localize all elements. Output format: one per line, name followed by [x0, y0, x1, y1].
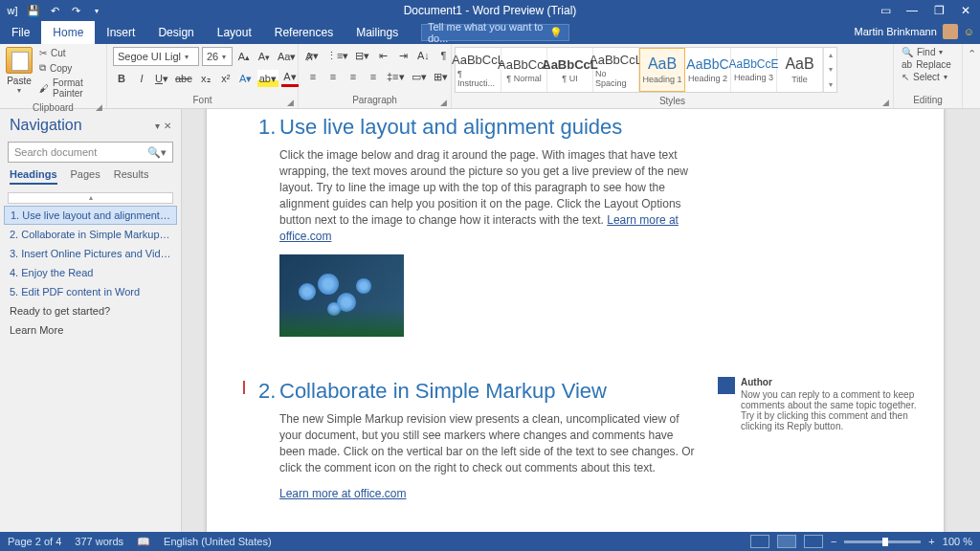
copy-button[interactable]: ⧉Copy [36, 61, 100, 75]
increase-indent-icon[interactable]: ⇥ [394, 47, 412, 64]
zoom-in-icon[interactable]: + [928, 536, 934, 547]
nav-tab-pages[interactable]: Pages [71, 168, 100, 185]
page-status[interactable]: Page 2 of 4 [8, 536, 61, 547]
heading-2[interactable]: 2.Collaborate in Simple Markup View [258, 379, 699, 404]
strike-button[interactable]: abc [173, 70, 194, 87]
tab-home[interactable]: Home [41, 21, 95, 44]
underline-button[interactable]: U▾ [153, 70, 170, 87]
style-no-spacing[interactable]: AaBbCcLNo Spacing [593, 48, 639, 92]
read-mode-icon[interactable] [750, 535, 769, 548]
superscript-button[interactable]: x² [217, 70, 234, 87]
font-size-combo[interactable]: 26▾ [202, 47, 233, 66]
nav-item[interactable]: 2. Collaborate in Simple Markup View [0, 225, 181, 244]
revision-bar[interactable] [243, 381, 245, 394]
subscript-button[interactable]: x₂ [197, 70, 214, 87]
style-gallery[interactable]: AaBbCcL¶ Instructi... AaBbCcL¶ Normal Aa… [455, 47, 837, 93]
nav-item[interactable]: Learn More [0, 320, 181, 340]
italic-button[interactable]: I [133, 70, 150, 87]
nav-tab-results[interactable]: Results [114, 168, 149, 185]
style-instruction[interactable]: AaBbCcL¶ Instructi... [456, 48, 501, 92]
web-layout-icon[interactable] [804, 535, 823, 548]
line-spacing-icon[interactable]: ‡≡▾ [385, 68, 407, 85]
nav-item[interactable]: 1. Use live layout and alignment gui... [4, 206, 177, 225]
collapse-ribbon-icon[interactable]: ⌃ [963, 44, 980, 108]
zoom-slider[interactable] [844, 540, 921, 543]
highlight-icon[interactable]: ab▾ [257, 70, 278, 87]
nav-scroll-up[interactable]: ▴ [8, 192, 173, 204]
bullets-icon[interactable]: ≡▾ [304, 47, 322, 64]
comment-balloon[interactable]: Author Now you can reply to a comment to… [718, 377, 928, 431]
find-button[interactable]: 🔍Find▾ [902, 47, 943, 57]
body-paragraph[interactable]: The new Simple Markup revision view pres… [279, 411, 699, 476]
nav-tab-headings[interactable]: Headings [10, 168, 57, 185]
gallery-more-icon[interactable]: ▾ [824, 80, 836, 89]
dialog-launcher-icon[interactable]: ◢ [96, 102, 102, 112]
undo-icon[interactable]: ↶ [46, 2, 63, 19]
align-center-icon[interactable]: ≡ [324, 68, 342, 85]
nav-dropdown-icon[interactable]: ▾ [155, 121, 160, 131]
zoom-out-icon[interactable]: − [831, 536, 836, 547]
feedback-icon[interactable]: ☺ [964, 26, 974, 37]
nav-item[interactable]: 5. Edit PDF content in Word [0, 282, 181, 301]
heading-1[interactable]: 1.Use live layout and alignment guides [258, 115, 699, 140]
cut-button[interactable]: ✂Cut [36, 47, 100, 59]
tab-layout[interactable]: Layout [206, 21, 263, 44]
justify-icon[interactable]: ≡ [365, 68, 382, 85]
minimize-icon[interactable]: — [900, 2, 924, 19]
tab-design[interactable]: Design [146, 21, 205, 44]
format-painter-button[interactable]: 🖌Format Painter [36, 77, 100, 99]
tab-insert[interactable]: Insert [95, 21, 146, 44]
close-icon[interactable]: ✕ [953, 2, 978, 19]
numbering-icon[interactable]: ⋮≡▾ [324, 47, 350, 64]
paste-button[interactable]: Paste ▾ [6, 47, 33, 95]
save-icon[interactable]: 💾 [25, 2, 42, 19]
shrink-font-icon[interactable]: A▾ [256, 48, 273, 65]
dialog-launcher-icon[interactable]: ◢ [440, 98, 447, 107]
nav-close-icon[interactable]: ✕ [164, 121, 171, 131]
redo-icon[interactable]: ↷ [67, 2, 84, 19]
tab-mailings[interactable]: Mailings [345, 21, 410, 44]
tab-references[interactable]: References [263, 21, 345, 44]
nav-item[interactable]: 4. Enjoy the Read [0, 263, 181, 282]
sort-icon[interactable]: A↓ [414, 47, 432, 64]
nav-search-input[interactable]: Search document 🔍▾ [8, 142, 173, 163]
style-heading2[interactable]: AaBbCHeading 2 [685, 48, 731, 92]
tab-file[interactable]: File [0, 21, 41, 44]
bold-button[interactable]: B [113, 70, 130, 87]
maximize-icon[interactable]: ❐ [926, 2, 951, 19]
language-status[interactable]: English (United States) [164, 536, 272, 547]
tell-me-search[interactable]: Tell me what you want to do... 💡 [421, 24, 569, 41]
style-ui[interactable]: AaBbCcL¶ UI [547, 48, 593, 92]
ribbon-options-icon[interactable]: ▭ [873, 2, 898, 19]
word-count[interactable]: 377 words [75, 536, 123, 547]
align-left-icon[interactable]: ≡ [304, 68, 322, 85]
gallery-up-icon[interactable]: ▴ [824, 51, 836, 59]
select-button[interactable]: ↖Select▾ [902, 72, 947, 82]
font-name-combo[interactable]: Segoe UI Ligl▾ [113, 47, 199, 66]
style-heading3[interactable]: AaBbCcEHeading 3 [731, 48, 777, 92]
style-title[interactable]: AaBTitle [777, 48, 823, 92]
grow-font-icon[interactable]: A▴ [235, 48, 253, 65]
nav-item[interactable]: Ready to get started? [0, 301, 181, 320]
user-area[interactable]: Martin Brinkmann ☺ [855, 24, 974, 39]
learn-more-link[interactable]: Learn more at office.com [279, 487, 407, 500]
align-right-icon[interactable]: ≡ [345, 68, 362, 85]
replace-button[interactable]: abReplace [902, 59, 951, 70]
spellcheck-icon[interactable]: 📖 [137, 536, 150, 548]
dialog-launcher-icon[interactable]: ◢ [287, 98, 294, 107]
multilevel-icon[interactable]: ⊟▾ [353, 47, 371, 64]
shading-icon[interactable]: ▭▾ [410, 68, 429, 85]
body-paragraph[interactable]: Click the image below and drag it around… [279, 147, 699, 245]
style-normal[interactable]: AaBbCcL¶ Normal [501, 48, 547, 92]
gallery-down-icon[interactable]: ▾ [824, 65, 836, 74]
zoom-level[interactable]: 100 % [943, 536, 972, 547]
document-area[interactable]: 1.Use live layout and alignment guides C… [182, 109, 980, 532]
style-heading1[interactable]: AaBHeading 1 [639, 48, 685, 92]
nav-item[interactable]: 3. Insert Online Pictures and Video [0, 244, 181, 263]
inline-image[interactable] [279, 254, 404, 337]
dialog-launcher-icon[interactable]: ◢ [882, 98, 889, 107]
qat-customize-icon[interactable]: ▾ [88, 2, 105, 19]
borders-icon[interactable]: ⊞▾ [432, 68, 450, 85]
text-effects-icon[interactable]: A▾ [237, 70, 255, 87]
font-color-icon[interactable]: A▾ [281, 70, 299, 87]
